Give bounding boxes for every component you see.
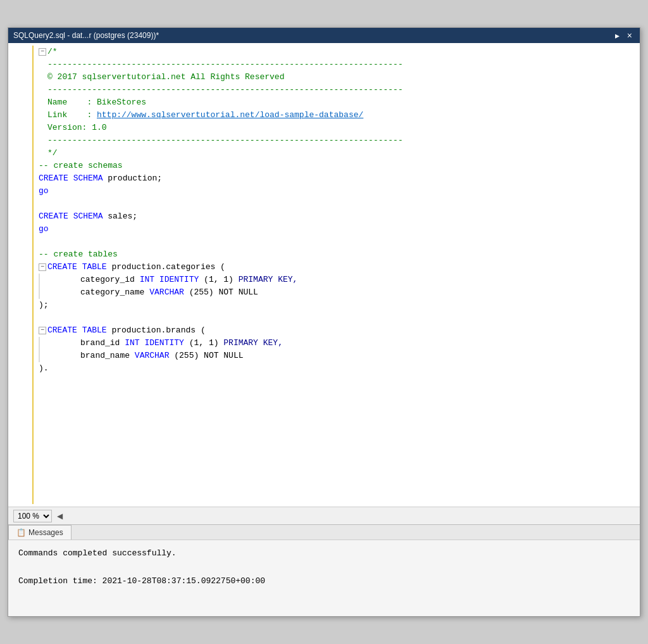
gutter-line xyxy=(11,157,30,170)
code-line-create-sales: CREATE SCHEMA sales; xyxy=(39,210,635,223)
gutter-line xyxy=(11,467,30,479)
pin-button[interactable]: ▸ xyxy=(613,31,622,40)
message-line-1: Commands completed successfully. xyxy=(18,546,630,560)
gutter-line xyxy=(11,170,30,182)
code-line-version: Version: 1.0 xyxy=(39,122,635,134)
messages-tab[interactable]: 📋 Messages xyxy=(8,525,72,540)
gutter-line xyxy=(11,318,30,331)
code-line-schema-comment: -- create schemas xyxy=(39,160,635,172)
main-window: SQLQuery2.sql - dat...r (postgres (23409… xyxy=(8,27,640,617)
scroll-left-icon[interactable]: ◀ xyxy=(57,512,63,521)
code-line-dashes1: ----------------------------------------… xyxy=(39,58,635,71)
gutter-line xyxy=(11,491,30,504)
gutter-line xyxy=(11,145,30,158)
gutter-line xyxy=(11,120,30,132)
gutter-line xyxy=(11,479,30,492)
link-url[interactable]: http://www.sqlservertutorial.net/load-sa… xyxy=(97,109,363,122)
gutter-line xyxy=(11,368,30,381)
messages-panel: 📋 Messages Commands completed successful… xyxy=(8,524,640,616)
gutter-line xyxy=(11,331,30,343)
collapse-table-brands[interactable]: − xyxy=(39,327,46,334)
title-bar-left: SQLQuery2.sql - dat...r (postgres (23409… xyxy=(13,31,159,40)
code-line-dashes3: ----------------------------------------… xyxy=(39,134,635,147)
gutter-line xyxy=(11,70,30,83)
line-number-gutter xyxy=(8,46,34,504)
window-title: SQLQuery2.sql - dat...r (postgres (23409… xyxy=(13,31,159,40)
status-bar: 100 % 75 % 125 % ◀ xyxy=(8,507,640,524)
code-line-blank1 xyxy=(39,198,635,210)
gutter-line xyxy=(11,231,30,244)
messages-tab-bar: 📋 Messages xyxy=(8,525,640,540)
code-line-close-paren-categories: ); xyxy=(39,299,635,312)
message-line-2: Completion time: 2021-10-28T08:37:15.092… xyxy=(18,574,630,588)
gutter-line xyxy=(11,108,30,120)
code-line-close-paren-brands: ). xyxy=(39,362,635,375)
gutter-line xyxy=(11,95,30,108)
message-line-blank xyxy=(18,560,630,574)
code-line-tables-comment: -- create tables xyxy=(39,248,635,261)
messages-tab-label: Messages xyxy=(28,528,63,537)
title-bar: SQLQuery2.sql - dat...r (postgres (23409… xyxy=(8,28,640,43)
code-line-brand-name: brand_name VARCHAR (255) NOT NULL xyxy=(39,350,635,362)
gutter-line xyxy=(11,182,30,194)
gutter-line xyxy=(11,343,30,356)
gutter-line xyxy=(11,83,30,96)
code-line-comment-open: −/* xyxy=(39,46,635,58)
gutter-line xyxy=(11,219,30,232)
gutter-line xyxy=(11,429,30,442)
code-line-category-name: category_name VARCHAR (255) NOT NULL xyxy=(39,286,635,299)
code-line-create-table-brands: −CREATE TABLE production.brands ( xyxy=(39,324,635,337)
gutter-line xyxy=(11,281,30,294)
code-line-blank3 xyxy=(39,312,635,324)
gutter-line xyxy=(11,132,30,145)
gutter-line xyxy=(11,46,30,58)
gutter-line xyxy=(11,58,30,71)
gutter-line xyxy=(11,355,30,368)
editor-area: −/* ------------------------------------… xyxy=(8,43,640,524)
messages-content: Commands completed successfully. Complet… xyxy=(8,540,640,616)
code-line-brand-id: brand_id INT IDENTITY (1, 1) PRIMARY KEY… xyxy=(39,337,635,350)
zoom-select[interactable]: 100 % 75 % 125 % xyxy=(13,510,52,522)
gutter-line xyxy=(11,268,30,281)
gutter-line xyxy=(11,256,30,269)
gutter-line xyxy=(11,306,30,319)
gutter-line xyxy=(11,405,30,417)
gutter-line xyxy=(11,244,30,256)
code-line-create-table-categories: −CREATE TABLE production.categories ( xyxy=(39,261,635,274)
code-line-create-production: CREATE SCHEMA production; xyxy=(39,172,635,185)
gutter-line xyxy=(11,293,30,306)
code-line-go1: go xyxy=(39,185,635,198)
code-line-copyright: © 2017 sqlservertutorial.net All Rights … xyxy=(39,71,635,84)
code-line-name: Name : BikeStores xyxy=(39,96,635,109)
code-line-blank2 xyxy=(39,236,635,248)
code-line-category-id: category_id INT IDENTITY (1, 1) PRIMARY … xyxy=(39,274,635,286)
code-line-dashes2: ----------------------------------------… xyxy=(39,84,635,96)
messages-tab-icon: 📋 xyxy=(16,528,26,537)
code-editor[interactable]: −/* ------------------------------------… xyxy=(34,46,640,504)
gutter-line xyxy=(11,206,30,219)
collapse-table-categories[interactable]: − xyxy=(39,263,46,271)
title-bar-buttons: ▸ × xyxy=(613,31,635,40)
close-button[interactable]: × xyxy=(625,31,635,40)
gutter-line xyxy=(11,455,30,467)
code-line-go2: go xyxy=(39,223,635,236)
gutter-line xyxy=(11,194,30,207)
collapse-button[interactable]: − xyxy=(39,48,46,56)
gutter-line xyxy=(11,393,30,405)
gutter-line xyxy=(11,442,30,455)
code-line-link: Link : http://www.sqlservertutorial.net/… xyxy=(39,109,635,122)
code-line-comment-close: */ xyxy=(39,147,635,160)
gutter-line xyxy=(11,380,30,393)
gutter-line xyxy=(11,417,30,430)
code-container[interactable]: −/* ------------------------------------… xyxy=(8,43,640,507)
